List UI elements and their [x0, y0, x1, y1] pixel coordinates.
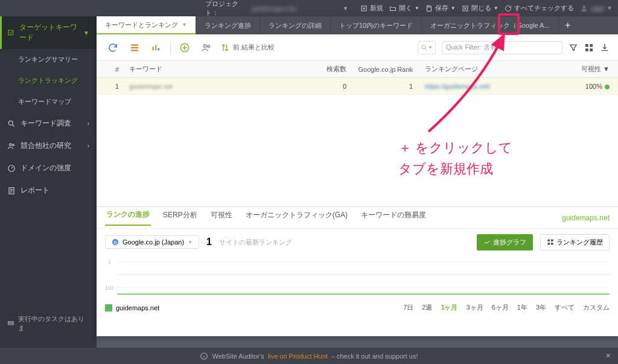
- chart-view-button[interactable]: [148, 40, 164, 56]
- svg-text:G: G: [113, 240, 117, 244]
- toolbar-row: 前 結果と比較 ▼ Quick Filter: 含有: [97, 34, 618, 61]
- sidebar-ranking-summary[interactable]: ランキングサマリー: [0, 49, 97, 70]
- refresh-button[interactable]: [105, 40, 121, 56]
- main-panel: キーワードとランキング▼ ランキング進捗 ランキングの詳細 トップ10内のキーワ…: [97, 16, 618, 336]
- period-6m[interactable]: 6ヶ月: [492, 303, 509, 312]
- col-visibility[interactable]: 可視性 ▼: [561, 65, 610, 74]
- sidebar-rank-tracking[interactable]: ランクトラッキング: [0, 70, 97, 91]
- period-1y[interactable]: 1年: [517, 303, 527, 312]
- col-keyword[interactable]: キーワード: [129, 65, 292, 74]
- legend-label: guidemaps.net: [116, 304, 159, 311]
- col-rank[interactable]: Google.co.jp Rank: [346, 66, 413, 73]
- svg-text:1: 1: [108, 259, 111, 265]
- sidebar-target-keyword[interactable]: ターゲットキーワード▼: [0, 16, 97, 49]
- btab-diff[interactable]: キーワードの難易度: [360, 210, 427, 225]
- engine-select[interactable]: G Google.co.jp (Japan)▼: [105, 235, 199, 249]
- compare-icon: [220, 43, 230, 53]
- period-3y[interactable]: 3年: [536, 303, 546, 312]
- svg-rect-9: [8, 322, 13, 323]
- tab-organic-traffic[interactable]: オーガニックトラフィック（Google A...: [422, 16, 558, 34]
- history-button[interactable]: ランキング履歴: [540, 234, 610, 251]
- svg-rect-3: [8, 30, 13, 35]
- svg-rect-15: [585, 44, 588, 47]
- svg-point-5: [10, 143, 12, 145]
- sidebar-report[interactable]: レポート: [0, 179, 97, 202]
- annotation-text: ＋ をクリックして タブを新規作成: [398, 137, 512, 179]
- period-custom[interactable]: カスタム: [583, 303, 610, 312]
- svg-point-12: [204, 44, 207, 47]
- col-num: #: [105, 66, 129, 73]
- btab-serp[interactable]: SERP分析: [162, 210, 199, 225]
- btab-ga[interactable]: オーガニックトラフィック(GA): [244, 210, 349, 225]
- legend-swatch: [105, 304, 112, 311]
- tasks-icon: [7, 320, 14, 327]
- promo-link[interactable]: live on Product Hunt: [268, 353, 328, 360]
- sidebar-domain-strength[interactable]: ドメインの強度: [0, 157, 97, 179]
- add-button[interactable]: [177, 40, 193, 56]
- btab-rank[interactable]: ランクの進捗: [105, 209, 151, 226]
- grid-icon[interactable]: [584, 43, 594, 53]
- svg-point-6: [12, 144, 14, 145]
- download-icon[interactable]: [600, 43, 610, 53]
- sidebar-keyword-map[interactable]: キーワードマップ: [0, 91, 97, 112]
- chart-area: 1 100: [105, 255, 610, 301]
- btab-vis[interactable]: 可視性: [209, 210, 234, 225]
- sidebar-keyword-research[interactable]: キーワード調査›: [0, 112, 97, 135]
- tab-top10[interactable]: トップ10内のキーワード: [331, 16, 422, 34]
- save-button[interactable]: 保存▼: [425, 4, 456, 13]
- promo-bar: WebSite Auditor's live on Product Hunt –…: [0, 348, 618, 364]
- bottom-tabs: ランクの進捗 SERP分析 可視性 オーガニックトラフィック(GA) キーワード…: [97, 207, 618, 229]
- tab-ranking-detail[interactable]: ランキングの詳細: [260, 16, 331, 34]
- top-toolbar: プロジェクト： guidemaps.net ▼ 新規 開く▼ 保存▼ 閉じる▼ …: [0, 0, 618, 16]
- new-button[interactable]: 新規: [360, 4, 383, 13]
- close-button[interactable]: 閉じる▼: [462, 4, 499, 13]
- target-icon: [7, 28, 14, 37]
- btab-domain: guidemaps.net: [562, 214, 610, 222]
- svg-point-4: [8, 121, 13, 125]
- project-label: プロジェクト：: [205, 0, 246, 18]
- info-icon: [200, 352, 208, 360]
- list-view-button[interactable]: [127, 40, 142, 56]
- table-row[interactable]: 1 guidemaps net 0 1 https://guidemaps.ne…: [97, 78, 618, 95]
- sidebar-competitor[interactable]: 競合他社の研究›: [0, 135, 97, 157]
- svg-rect-16: [590, 44, 593, 47]
- check-all-button[interactable]: すべてチェックする: [505, 4, 574, 13]
- svg-point-2: [582, 5, 585, 8]
- period-7d[interactable]: 7日: [403, 303, 413, 312]
- svg-rect-18: [590, 48, 593, 51]
- gauge-icon: [7, 164, 16, 173]
- tab-add-button[interactable]: +: [559, 16, 577, 34]
- promo-close[interactable]: ✕: [605, 352, 611, 360]
- period-3m[interactable]: 3ヶ月: [467, 303, 483, 312]
- period-selector: 7日 2週 1ヶ月 3ヶ月 6ヶ月 1年 3年 すべて カスタム: [403, 303, 610, 312]
- svg-rect-21: [548, 240, 550, 242]
- open-button[interactable]: 開く▼: [389, 4, 419, 13]
- project-select[interactable]: guidemaps.net: [252, 4, 337, 13]
- tab-ranking-progress[interactable]: ランキング進捗: [196, 16, 260, 34]
- quick-filter-input[interactable]: Quick Filter: 含有: [442, 41, 562, 54]
- bottom-panel: ランクの進捗 SERP分析 可視性 オーガニックトラフィック(GA) キーワード…: [97, 206, 618, 336]
- google-icon: G: [112, 238, 119, 246]
- tab-bar: キーワードとランキング▼ ランキング進捗 ランキングの詳細 トップ10内のキーワ…: [97, 16, 618, 34]
- period-1m[interactable]: 1ヶ月: [441, 303, 457, 312]
- rank-label: サイトの最新ランキング: [219, 238, 292, 247]
- tab-keywords-ranking[interactable]: キーワードとランキング▼: [97, 16, 196, 34]
- sidebar: ターゲットキーワード▼ ランキングサマリー ランクトラッキング キーワードマップ…: [0, 16, 97, 364]
- table-header: # キーワード 検索数 Google.co.jp Rank ランキングページ 可…: [97, 61, 618, 78]
- svg-point-13: [208, 45, 210, 47]
- user-menu[interactable]: user▼: [580, 4, 612, 13]
- compare-button[interactable]: 前 結果と比較: [220, 43, 275, 53]
- svg-rect-23: [548, 243, 550, 245]
- chart-button[interactable]: 進捗グラフ: [477, 234, 533, 251]
- svg-rect-24: [551, 243, 553, 245]
- filter-icon[interactable]: [569, 43, 578, 53]
- doc-icon: [7, 187, 16, 195]
- col-search[interactable]: 検索数: [292, 65, 346, 74]
- users-button[interactable]: [199, 40, 214, 56]
- svg-point-14: [422, 45, 425, 49]
- search-button[interactable]: ▼: [418, 41, 436, 54]
- col-page[interactable]: ランキングページ: [413, 65, 561, 74]
- svg-rect-10: [8, 324, 13, 325]
- period-all[interactable]: すべて: [555, 303, 575, 312]
- period-2w[interactable]: 2週: [422, 303, 432, 312]
